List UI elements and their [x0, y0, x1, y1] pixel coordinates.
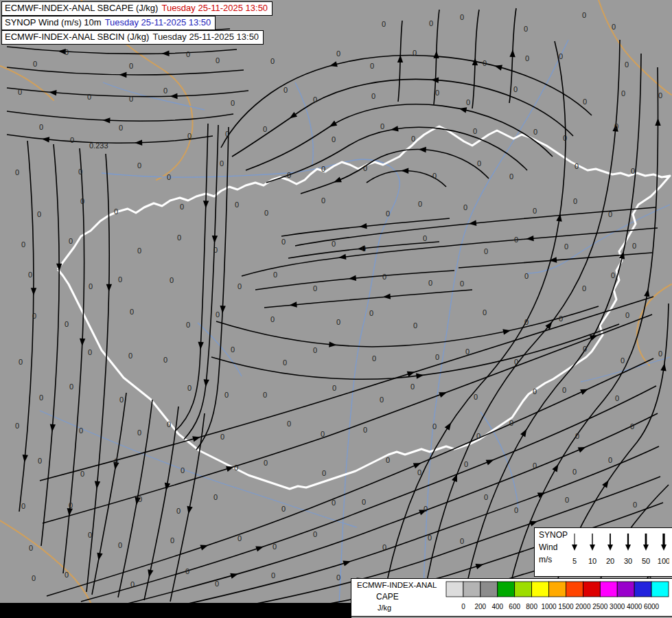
- station-wind-value: 0: [128, 352, 132, 360]
- station-wind-value: 0: [130, 308, 134, 316]
- station-wind-value: 0: [435, 353, 439, 361]
- station-wind-value: 0: [380, 396, 384, 404]
- station-wind-value: 0: [362, 244, 366, 253]
- station-wind-value: 0: [410, 382, 415, 391]
- station-wind-value: 0: [79, 426, 83, 435]
- cape-color-cell: [532, 582, 549, 597]
- station-wind-value: 0: [332, 135, 336, 144]
- wind-legend-unit: m/s: [539, 555, 552, 564]
- station-wind-value: 0: [370, 62, 374, 70]
- cape-color-cell: [617, 582, 634, 597]
- station-wind-value: 0: [336, 318, 340, 326]
- station-wind-value: 0: [114, 207, 118, 216]
- wind-arrowhead-icon: [643, 545, 649, 551]
- station-wind-value: 0: [88, 531, 92, 539]
- station-wind-value: 0: [432, 172, 437, 180]
- station-wind-value: 0: [322, 469, 326, 477]
- station-wind-value: 0: [264, 209, 268, 217]
- cape-color-cell: [463, 582, 480, 597]
- bottom-black-bar: [0, 603, 351, 618]
- cape-tick-label: 200: [475, 603, 487, 610]
- station-wind-value: 0: [484, 493, 488, 501]
- station-wind-value: 0: [411, 135, 415, 143]
- station-wind-value: 0: [614, 122, 618, 130]
- station-wind-value: 0: [332, 384, 336, 392]
- station-wind-value: 0: [78, 168, 82, 176]
- weather-map: 0000000000000000000000000000000000000000…: [0, 0, 672, 618]
- station-wind-value: 0: [413, 321, 417, 330]
- wind-legend-title: SYNOP: [539, 530, 568, 540]
- station-wind-value: 0: [575, 162, 579, 170]
- station-wind-value: 0: [313, 284, 317, 293]
- station-wind-value: 0: [615, 394, 619, 402]
- cape-tick-label: 1500: [558, 603, 574, 610]
- station-wind-value: 0: [65, 571, 69, 579]
- station-wind-value: 0: [621, 89, 625, 98]
- station-wind-value: 0: [513, 85, 518, 93]
- station-wind-value: 0: [88, 348, 92, 356]
- station-wind-value: 0: [363, 426, 367, 434]
- station-wind-value: 0: [332, 499, 336, 507]
- station-wind-value: 0: [65, 48, 69, 56]
- wind-arrow-scale: 510203050100: [565, 529, 669, 573]
- wind-legend-subtitle: Wind: [539, 542, 557, 552]
- title-sbcape-date: Tuesday 25-11-2025 13:50: [161, 3, 268, 13]
- station-wind-value: 0: [213, 246, 218, 254]
- station-wind-value: 0: [185, 567, 189, 575]
- station-wind-value: 0: [386, 456, 390, 464]
- station-wind-value: 0: [170, 536, 174, 545]
- station-wind-value: 0: [564, 242, 568, 251]
- station-wind-value: 0: [514, 236, 518, 244]
- station-wind-value: 0: [15, 422, 19, 430]
- station-wind-value: 0: [525, 54, 529, 62]
- cape-color-cell: [480, 582, 498, 597]
- station-wind-value: 0: [435, 89, 439, 97]
- cape-colorbar: 0200400600800100015002000250030004000600…: [351, 579, 672, 616]
- station-wind-value: 0: [380, 122, 384, 130]
- station-wind-value: 0: [28, 271, 32, 279]
- station-wind-value: 0: [39, 123, 43, 131]
- wind-speed-value: 100: [658, 557, 669, 565]
- station-wind-value: 0: [460, 279, 464, 288]
- station-wind-value: 0: [273, 542, 277, 551]
- station-wind-value: 0: [119, 124, 123, 132]
- cape-tick-label: 6000: [644, 603, 660, 610]
- station-wind-value: 0: [163, 356, 167, 364]
- station-wind-value: 0: [313, 95, 317, 104]
- station-wind-value: 0: [224, 391, 229, 399]
- station-wind-value: 0: [429, 19, 433, 27]
- title-sbcin-label: ECMWF-INDEX-ANAL SBCIN (J/kg): [5, 32, 149, 42]
- station-wind-value: 0: [163, 87, 167, 95]
- wind-speed-value: 30: [624, 557, 632, 565]
- station-wind-value: 0: [382, 20, 386, 28]
- station-wind-value: 0: [424, 505, 428, 513]
- contour-value-label: 0.233: [89, 141, 108, 150]
- station-wind-value: 0: [69, 382, 73, 391]
- station-wind-value: 0: [483, 59, 487, 67]
- station-wind-value: 0: [138, 495, 142, 503]
- wind-speed-value: 10: [588, 557, 596, 565]
- wind-arrowhead-icon: [607, 545, 613, 551]
- title-synop-wind-date: Tuesday 25-11-2025 13:50: [105, 17, 211, 27]
- cape-tick-label: 2500: [592, 603, 608, 610]
- wind-speed-value: 20: [606, 557, 614, 565]
- wind-arrowhead-icon: [572, 545, 577, 551]
- station-wind-value: 0: [418, 200, 422, 208]
- station-wind-value: 0: [382, 273, 386, 281]
- title-sbcape-label: ECMWF-INDEX-ANAL SBCAPE (J/kg): [5, 3, 158, 13]
- station-wind-value: 0: [514, 506, 518, 514]
- title-synop-wind-label: SYNOP Wind (m/s) 10m: [5, 17, 102, 27]
- station-wind-value: 0: [509, 172, 513, 181]
- wind-speed-value: 5: [572, 557, 577, 565]
- cape-tick-label: 600: [509, 603, 520, 610]
- station-wind-value: 0: [371, 92, 375, 100]
- station-wind-value: 0: [130, 580, 135, 588]
- station-wind-value: 0: [432, 422, 437, 431]
- station-wind-value: 0: [220, 433, 224, 441]
- station-wind-value: 0: [658, 91, 662, 100]
- station-wind-value: 0: [483, 308, 487, 317]
- station-wind-value: 0: [69, 501, 73, 510]
- station-wind-value: 0: [180, 203, 184, 211]
- station-wind-value: 0: [313, 346, 317, 354]
- station-wind-value: 0: [583, 345, 587, 353]
